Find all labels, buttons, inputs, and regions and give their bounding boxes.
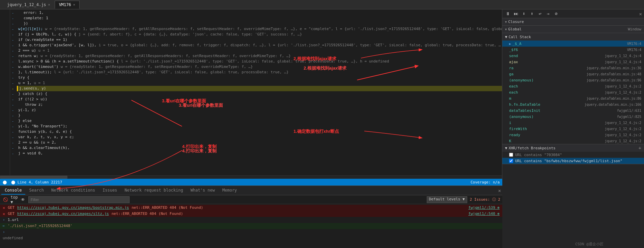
xhr-header[interactable]: ▼ XHR/fetch Breakpoints +: [502, 144, 644, 152]
status-left: ⬤ ⬤ Line 4, Column 22217: [3, 180, 62, 184]
code-line: y(-1, z): [17, 107, 502, 113]
section-global[interactable]: ▼ Global Window: [502, 26, 644, 33]
file-loc-13: jquery_1_12_4.js:2: [605, 121, 641, 125]
func-name-10: h.fn.DataTable: [509, 102, 556, 107]
tab-console[interactable]: Console: [1, 187, 25, 195]
output-text-2: './list.json?_=1715926512448': [8, 223, 73, 229]
tab-issues[interactable]: Issues: [99, 187, 120, 195]
code-line: } else: [17, 118, 502, 124]
status-bar: ⬤ ⬤ Line 4, Column 22217 Coverage: n/a: [0, 179, 502, 185]
code-line: }): [17, 21, 502, 26]
stack-item-13[interactable]: i jquery_1_12_4.js:2: [502, 120, 644, 126]
page-wrapper: jquery_1_12_4.js ✕ VM176 ✕: [0, 0, 644, 248]
section-closure[interactable]: ▼ Closure: [502, 18, 644, 26]
continue-btn[interactable]: →: [545, 10, 552, 17]
clear-console-btn[interactable]: 🚫: [2, 196, 9, 203]
pause-btn[interactable]: ⏸: [504, 10, 511, 17]
tab-vm176[interactable]: VM176 ✕: [55, 1, 80, 9]
right-sections[interactable]: ▼ Closure ▼ Global Window ▼ Call Stack: [502, 18, 644, 248]
error-suffix-1: net::ERR_ABORTED 404 (Not Found): [132, 205, 203, 211]
func-name-8: each: [509, 90, 556, 95]
filter-input[interactable]: [28, 196, 130, 203]
code-line: error: 1,: [17, 10, 502, 16]
code-line: if (j = Ub(Pb, l, c, w)) { j = {send: f,…: [17, 32, 502, 37]
scroll-thumb[interactable]: [0, 176, 67, 179]
func-name-6: (anonymous): [509, 78, 556, 82]
line-numbers: [0, 9, 10, 175]
stack-item-15[interactable]: ready jquery_1_12_4.js:2: [502, 132, 644, 138]
step-btn[interactable]: ↩: [537, 10, 543, 17]
error-link-2[interactable]: https://zscqj.hubei.gov.cn/images/sltz.j…: [17, 211, 109, 217]
tab-close-active-icon[interactable]: ✕: [73, 3, 75, 6]
func-name-2: send: [509, 54, 556, 58]
step-over-btn[interactable]: ⏭: [512, 10, 519, 17]
left-section: - - - - - - - - - - - - -: [0, 9, 502, 248]
prompt-icon-2: ←: [3, 223, 5, 229]
code-line: y(-1, "No Transport");: [17, 124, 502, 129]
console-content: ✕ GET https://zscqj.hubei.gov.cn/images/…: [0, 204, 502, 248]
console-output-2: ← './list.json?_=1715926512448': [0, 223, 502, 229]
stack-item-6[interactable]: (anonymous) jquery.dataTables.min.js:96: [502, 77, 644, 83]
right-panel-close-icon[interactable]: ✕: [639, 11, 642, 17]
tab-close-icon[interactable]: ✕: [48, 3, 50, 6]
code-line: complete: 1: [17, 16, 502, 21]
tab-jquery[interactable]: jquery_1_12_4.js ✕: [3, 1, 55, 9]
output-text-4: undefined: [3, 235, 23, 241]
xhr-add-btn[interactable]: +: [639, 145, 641, 151]
code-line: h && a.clearTimeout(h),: [17, 145, 502, 151]
bottom-panel: Console Search Network conditions Issues…: [0, 185, 502, 248]
step-out-btn[interactable]: ⬆: [529, 10, 535, 17]
status-right: Coverage: n/a: [471, 180, 500, 184]
tab-whats-new[interactable]: What's new: [187, 187, 218, 195]
xhr-item-1: URL contains "bsfwbs/hbszwfww/fwjgml1/li…: [502, 158, 644, 164]
horizontal-scrollbar[interactable]: [0, 175, 502, 179]
func-name-14: fireWith: [509, 127, 556, 131]
step-into-btn[interactable]: ⬇: [521, 10, 527, 17]
xhr-checkbox-1[interactable]: [509, 159, 513, 163]
stack-item-4[interactable]: ra jquery.dataTables.min.js:36: [502, 65, 644, 71]
bottom-toolbar: 🚫 top ▼ 👁 Default levels ▼ 2 Issues: ⓘ 2: [0, 195, 502, 204]
stack-item-9[interactable]: m jquery.dataTables.min.js:86: [502, 95, 644, 101]
global-text: Global: [508, 27, 522, 31]
stack-item-16[interactable]: K jquery_1_12_4.js:2: [502, 138, 644, 144]
stack-item-14[interactable]: fireWith jquery_1_12_4.js:2: [502, 126, 644, 132]
error-right-link-2[interactable]: fwjgml1/:540 ⊕: [468, 211, 500, 217]
console-error-line-2: ✕ GET https://zscqj.hubei.gov.cn/images/…: [0, 211, 502, 217]
tab-network-conditions[interactable]: Network conditions: [48, 187, 99, 195]
code-line: u = 1, u = 1: [17, 80, 502, 86]
eye-icon[interactable]: 👁: [20, 196, 26, 203]
code-line: }, l.timeout)); l = {url: './list.json?_…: [17, 70, 502, 75]
stack-item-7[interactable]: each jquery_1_12_4.js:2: [502, 83, 644, 89]
xhr-checkbox-0[interactable]: [509, 153, 513, 157]
error-link-1[interactable]: https://zscqj.hubei.gov.cn/images/bootst…: [17, 205, 129, 211]
file-loc-6: jquery.dataTables.min.js:96: [586, 78, 641, 82]
stack-item-5[interactable]: ga jquery.dataTables.min.js:48: [502, 71, 644, 77]
stack-item-11[interactable]: dataTablesInit fwjgml1/:631: [502, 107, 644, 114]
console-output-3: ›: [0, 229, 502, 235]
tab-network-blocking[interactable]: Network request blocking: [121, 187, 186, 195]
stack-item-0[interactable]: ▶ _$_A VM176:4: [502, 41, 644, 47]
stack-item-10[interactable]: h.fn.DataTable jquery.dataTables.min.js:…: [502, 101, 644, 107]
top-context-btn[interactable]: top ▼: [11, 196, 18, 203]
stack-item-3[interactable]: ajax jquery_1_12_4.js:4: [502, 59, 644, 65]
code-line: if (!(2 > u)): [17, 97, 502, 102]
tab-memory[interactable]: Memory: [219, 187, 240, 195]
right-panel: ⏸ ⏭ ⬇ ⬆ ↩ → ⊘ ✕ ▼ Closure ▼ Gl: [502, 9, 644, 248]
stack-item-1[interactable]: _$f6 VM176:4: [502, 47, 644, 53]
callstack-header[interactable]: ▼ Call Stack: [502, 33, 644, 41]
deactivate-btn[interactable]: ⊘: [553, 10, 560, 17]
stack-item-12[interactable]: (anonymous) fwjgml1/:825: [502, 114, 644, 120]
stack-item-8[interactable]: each jquery_1_12_4.js:2: [502, 89, 644, 95]
error-right-link-1[interactable]: fwjgml1/:539 ⊕: [468, 205, 500, 211]
bottom-panel-close-icon[interactable]: ✕: [498, 188, 501, 193]
func-name-3: ajax: [509, 60, 556, 64]
code-line: 2 == u && (u = 2,: [17, 140, 502, 145]
levels-dropdown[interactable]: Default levels ▼: [427, 196, 467, 203]
code-line: i && o.trigger('ajaxSend', [w, l]), i = …: [17, 43, 502, 48]
code-panel: - - - - - - - - - - - - -: [0, 9, 502, 179]
code-content[interactable]: - - - - - - - - - - - - -: [0, 9, 502, 175]
code-line: return w; w = {readyState: 1, getRespons…: [17, 53, 502, 59]
stack-item-2[interactable]: send jquery_1_12_4.js:4: [502, 53, 644, 59]
code-line: throw z;: [17, 102, 502, 107]
tab-search[interactable]: Search: [26, 187, 47, 195]
